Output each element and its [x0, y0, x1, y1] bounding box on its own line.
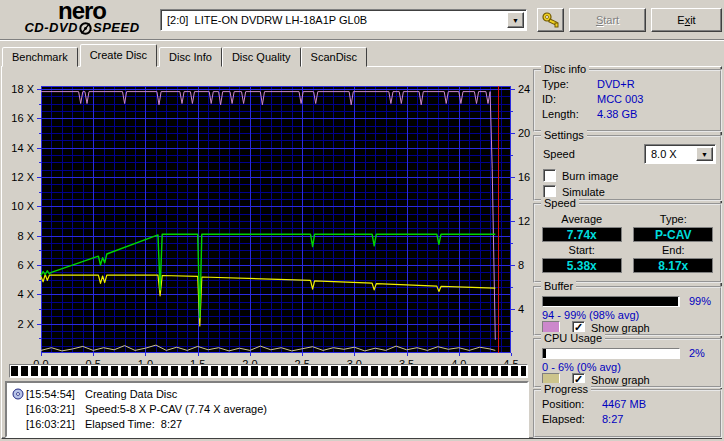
start-label: Start: — [569, 244, 595, 256]
group-title: Buffer — [541, 280, 576, 292]
tab-create-disc[interactable]: Create Disc — [80, 44, 157, 67]
svg-text:6 X: 6 X — [17, 259, 34, 271]
svg-text:8 X: 8 X — [17, 230, 34, 242]
end-label: End: — [662, 244, 685, 256]
tab-benchmark[interactable]: Benchmark — [2, 47, 78, 67]
start-button[interactable]: Start — [569, 8, 646, 32]
position-row: Position: 4467 MB — [535, 398, 720, 410]
elapsed-row: Elapsed: 8:27 — [535, 413, 720, 425]
create-disc-chart: 2 X4 X6 X8 X10 X12 X14 X16 X18 X48121620… — [8, 77, 534, 377]
svg-text:20: 20 — [518, 127, 530, 139]
average-speed-value: 7.74x — [542, 227, 622, 242]
cpu-usage-group: CPU Usage 2% 0 - 6% (0% avg) ✓ Show grap… — [533, 338, 722, 388]
svg-text:14 X: 14 X — [11, 142, 34, 154]
speed-type-value: P-CAV — [633, 227, 713, 242]
nero-logo-text: nero — [6, 1, 158, 21]
burn-progress-fill — [11, 366, 526, 376]
cpu-bar — [542, 348, 680, 359]
tab-disc-info[interactable]: Disc Info — [159, 47, 222, 67]
group-title: Speed — [541, 197, 579, 209]
cpu-percent: 2% — [689, 347, 705, 359]
exit-button[interactable]: Exit — [651, 8, 722, 32]
svg-text:10 X: 10 X — [11, 200, 34, 212]
svg-text:2 X: 2 X — [17, 318, 34, 330]
svg-text:16 X: 16 X — [11, 112, 34, 124]
log-entry: [16:03:21] Speed:5-8 X P-CAV (7.74 X ave… — [9, 401, 525, 416]
speed-select[interactable]: 8.0 X ▼ — [644, 144, 716, 164]
disc-info-group: Disc info Type: DVD+R ID: MCC 003 Length… — [533, 69, 722, 132]
drive-select[interactable]: [2:0] LITE-ON DVDRW LH-18A1P GL0B ▼ — [160, 9, 527, 31]
svg-text:24: 24 — [518, 83, 530, 95]
check-icon: ✓ — [574, 322, 583, 332]
svg-text:4 X: 4 X — [17, 288, 34, 300]
check-icon: ✓ — [574, 374, 583, 384]
speed-group: Speed Average Type: 7.74x P-CAV Start: E… — [533, 203, 722, 283]
log-entry: [15:54:54] Creating Data Disc — [9, 386, 525, 401]
keys-icon — [541, 11, 561, 29]
speed-select-arrow[interactable]: ▼ — [696, 147, 713, 161]
disc-logo-icon — [79, 22, 92, 35]
nero-logo: nero CD-DVD SPEED — [6, 1, 158, 38]
tab-scandisc[interactable]: ScanDisc — [301, 47, 367, 67]
buffer-group: Buffer 99% 94 - 99% (98% avg) ✓ Show gra… — [533, 286, 722, 336]
toolbar-divider — [0, 39, 724, 41]
disc-type-row: Type: DVD+R — [535, 78, 720, 90]
log-disc-icon — [12, 388, 24, 400]
buffer-percent: 99% — [689, 295, 711, 307]
tab-disc-quality[interactable]: Disc Quality — [222, 47, 301, 67]
group-title: Settings — [541, 129, 587, 141]
svg-text:12 X: 12 X — [11, 171, 34, 183]
log-box: [15:54:54] Creating Data Disc [16:03:21]… — [5, 381, 529, 438]
svg-text:16: 16 — [518, 171, 530, 183]
svg-text:4: 4 — [518, 303, 524, 315]
options-button[interactable] — [537, 8, 564, 32]
svg-text:8: 8 — [518, 259, 524, 271]
buffer-range: 94 - 99% (98% avg) — [542, 309, 639, 321]
svg-text:12: 12 — [518, 215, 530, 227]
product-name-left: CD-DVD — [24, 21, 78, 35]
type-label: Type: — [660, 213, 687, 225]
group-title: Progress — [541, 383, 591, 395]
drive-select-value: [2:0] LITE-ON DVDRW LH-18A1P GL0B — [167, 14, 367, 26]
burn-image-checkbox[interactable] — [543, 169, 556, 182]
create-disc-panel: 2 X4 X6 X8 X10 X12 X14 X16 X18 X48121620… — [1, 66, 722, 439]
settings-group: Settings Speed 8.0 X ▼ Burn image Simula… — [533, 135, 722, 201]
drive-select-arrow[interactable]: ▼ — [507, 12, 524, 28]
svg-text:18 X: 18 X — [11, 83, 34, 95]
group-title: CPU Usage — [541, 332, 605, 344]
product-name-right: SPEED — [93, 21, 140, 35]
nero-cd-dvd-speed-window: nero CD-DVD SPEED [2:0] LITE-ON DVDRW LH… — [0, 0, 724, 441]
tab-bar: Benchmark Create Disc Disc Info Disc Qua… — [2, 44, 367, 67]
average-label: Average — [561, 213, 602, 225]
chevron-down-icon: ▼ — [512, 17, 519, 24]
disc-length-row: Length: 4.38 GB — [535, 108, 720, 120]
burn-progress-bar — [9, 364, 528, 378]
group-title: Disc info — [541, 63, 589, 75]
end-speed-value: 8.17x — [633, 258, 713, 273]
speed-select-value: 8.0 X — [651, 148, 677, 160]
buffer-bar — [542, 296, 680, 307]
log-entry: [16:03:21] Elapsed Time: 8:27 — [9, 416, 525, 431]
cpu-range: 0 - 6% (0% avg) — [542, 361, 621, 373]
disc-id-row: ID: MCC 003 — [535, 93, 720, 105]
chevron-down-icon: ▼ — [701, 151, 708, 158]
start-speed-value: 5.38x — [542, 258, 622, 273]
progress-group: Progress Position: 4467 MB Elapsed: 8:27 — [533, 389, 722, 438]
burn-image-option: Burn image — [543, 169, 618, 182]
speed-select-label: Speed — [543, 148, 575, 160]
